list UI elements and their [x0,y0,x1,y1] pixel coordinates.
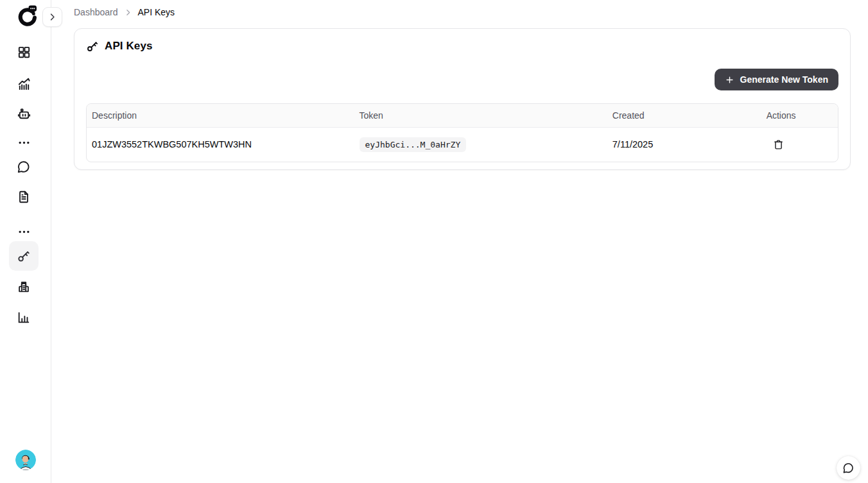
generate-new-token-button[interactable]: Generate New Token [715,69,838,90]
cell-actions [761,128,838,162]
sidebar-item-api-keys[interactable] [9,241,39,271]
user-avatar[interactable] [15,450,36,470]
dashboard-grid-icon [17,45,31,60]
sidebar-item-analytics[interactable] [9,69,39,98]
bar-chart-icon [17,310,31,325]
token-value: eyJhbGci...M_0aHrZY [360,137,467,152]
key-icon [17,249,31,263]
col-header-description: Description [87,104,354,128]
breadcrumb-api-keys[interactable]: API Keys [138,7,175,17]
breadcrumb-dashboard[interactable]: Dashboard [74,7,118,17]
chat-bubble-icon [842,462,855,474]
col-header-created: Created [607,104,761,128]
swirl-chat-logo-icon [15,5,38,28]
api-keys-table: Description Token Created Actions 01JZW3… [86,103,838,162]
analytics-trend-icon [17,76,31,91]
sidebar-item-chat[interactable] [9,152,39,182]
ellipsis-icon [18,137,30,149]
col-header-token: Token [354,104,607,128]
page-title: API Keys [105,40,153,53]
sidebar-item-reports[interactable] [9,303,39,332]
delete-token-button[interactable] [769,137,788,153]
chevron-right-icon [124,8,132,17]
chevron-right-icon [48,12,57,22]
key-icon [86,40,99,53]
sidebar-item-dashboard[interactable] [9,37,39,67]
document-icon [17,190,31,204]
api-keys-card: API Keys Generate New Token Description … [74,28,851,170]
main-content: Dashboard API Keys API Keys Generate New… [51,0,868,483]
generate-new-token-label: Generate New Token [740,74,828,85]
fax-icon [17,280,31,294]
sidebar-item-fax[interactable] [9,272,39,301]
card-header: API Keys [86,39,838,53]
toolbar: Generate New Token [86,69,838,90]
table-row: 01JZW3552TKWBG507KH5WTW3HN eyJhbGci...M_… [87,128,838,162]
ellipsis-icon [18,226,30,238]
cell-description: 01JZW3552TKWBG507KH5WTW3HN [87,128,354,162]
plus-icon [725,75,734,85]
bot-icon [17,106,31,121]
sidebar-expand-button[interactable] [42,7,62,27]
sidebar [0,0,51,483]
cell-created: 7/11/2025 [607,128,761,162]
user-avatar-illustration [15,450,36,470]
col-header-actions: Actions [761,104,838,128]
app-logo[interactable] [15,5,38,28]
chat-bubble-icon [17,160,31,174]
trash-icon [773,139,784,150]
sidebar-item-bot[interactable] [9,99,39,128]
sidebar-item-documents[interactable] [9,182,39,212]
cell-token: eyJhbGci...M_0aHrZY [354,128,607,162]
support-chat-button[interactable] [837,456,860,480]
breadcrumb: Dashboard API Keys [74,7,175,17]
table-header-row: Description Token Created Actions [87,104,838,128]
